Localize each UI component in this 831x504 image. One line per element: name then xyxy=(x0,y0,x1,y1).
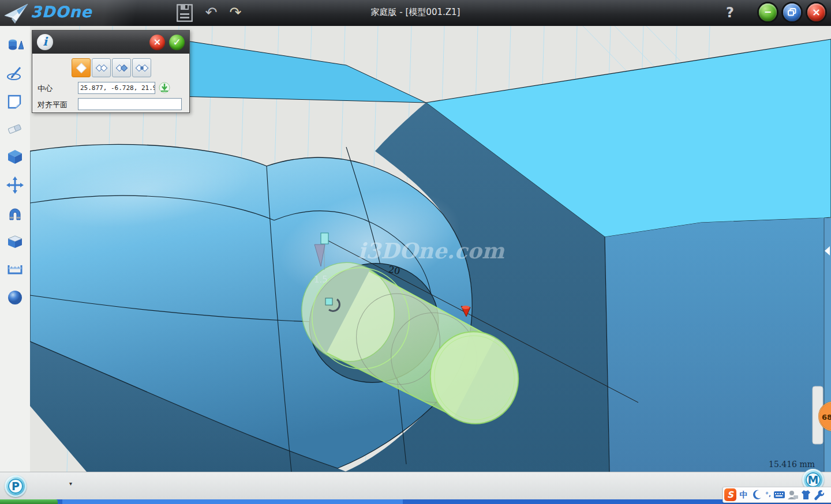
keyboard-icon[interactable] xyxy=(773,488,785,501)
info-icon[interactable]: i xyxy=(37,34,53,50)
wrench-icon[interactable] xyxy=(813,488,825,501)
title-bar: 3DOne ↶ ↷ 家庭版 - [模型001.Z1] ? − × xyxy=(0,0,831,27)
window-title: 家庭版 - [模型001.Z1] xyxy=(0,7,831,18)
restore-icon xyxy=(788,8,796,16)
close-button[interactable]: × xyxy=(807,3,825,21)
taskbar-segment xyxy=(62,499,403,504)
mode-center-point-button[interactable] xyxy=(72,58,91,77)
measure-icon[interactable] xyxy=(6,261,24,278)
os-taskbar[interactable] xyxy=(0,499,831,504)
punctuation-toggle[interactable]: °‚ xyxy=(764,488,772,501)
user-icon[interactable] xyxy=(787,488,799,501)
community-badge-count: 68 xyxy=(822,413,831,422)
parts-library-button[interactable]: P xyxy=(5,475,27,497)
model-badge-label: M xyxy=(806,472,821,487)
diamond-icon xyxy=(75,62,88,74)
insert-shape-dialog: i × ✓ 中心 25.877, -6.728, 21.985 xyxy=(32,30,190,113)
magnet-icon[interactable] xyxy=(6,205,24,222)
dialog-header: i × ✓ xyxy=(32,31,189,54)
model-face-steel xyxy=(605,218,824,472)
sogou-logo-icon[interactable]: S xyxy=(724,488,736,501)
render-sphere-icon[interactable] xyxy=(6,289,24,306)
eraser-icon[interactable] xyxy=(6,121,24,138)
sketch-surface-icon[interactable] xyxy=(6,93,24,110)
moon-icon[interactable] xyxy=(751,488,763,501)
restore-button[interactable] xyxy=(783,3,801,21)
mode-two-point-button[interactable] xyxy=(92,58,111,77)
parts-library-label: P xyxy=(8,479,23,494)
diamond-blue-icon xyxy=(115,63,129,73)
start-button-sliver[interactable] xyxy=(0,499,58,504)
sketch-icon[interactable] xyxy=(6,65,24,82)
align-plane-label: 对齐平面 xyxy=(38,100,68,110)
right-edge-column xyxy=(824,218,831,472)
dialog-confirm-button[interactable]: ✓ xyxy=(169,35,185,50)
mode-point-offset-button[interactable] xyxy=(132,58,151,77)
left-toolbar xyxy=(0,26,31,472)
align-plane-input[interactable] xyxy=(78,98,182,110)
double-diamond-icon xyxy=(95,63,108,73)
center-label: 中心 xyxy=(38,84,53,94)
placement-mode-row xyxy=(72,58,151,77)
pick-point-icon[interactable] xyxy=(159,82,170,93)
minimize-button[interactable]: − xyxy=(759,3,777,21)
help-icon[interactable]: ? xyxy=(726,5,734,21)
shirt-icon[interactable] xyxy=(800,488,812,501)
watermark: i3DOne.com xyxy=(358,238,505,264)
move-icon[interactable] xyxy=(6,176,24,194)
primitives-icon[interactable] xyxy=(6,36,24,54)
center-input[interactable]: 25.877, -6.728, 21.985 xyxy=(78,82,155,94)
ime-language-toggle[interactable]: 中 xyxy=(738,488,750,501)
dialog-cancel-button[interactable]: × xyxy=(149,35,165,50)
bottom-toolbar: P ▾ ▾ M xyxy=(0,472,831,500)
parts-expand-arrow[interactable]: ▾ xyxy=(69,480,72,487)
length-readout: 15.416 mm xyxy=(769,460,815,469)
mode-point-direction-button[interactable] xyxy=(112,58,131,77)
diamond-dot-icon xyxy=(135,63,149,73)
ime-toolbar: S 中 °‚ xyxy=(723,487,831,503)
radius-value: 1.5 xyxy=(314,274,328,285)
assembly-box-icon[interactable] xyxy=(6,232,24,250)
feature-cube-icon[interactable] xyxy=(6,148,24,166)
